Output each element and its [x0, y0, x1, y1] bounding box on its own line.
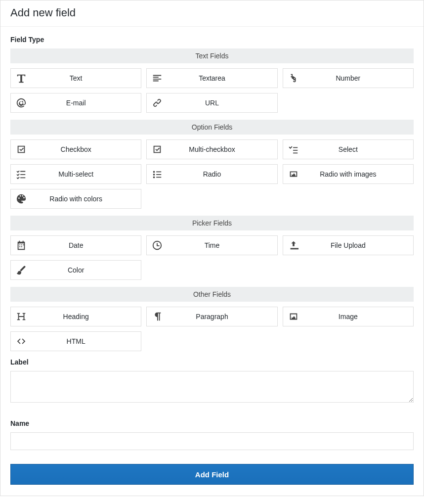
tile-grid: HeadingParagraphImageHTML	[10, 307, 414, 351]
tile-label: Color	[32, 266, 141, 274]
field-type-multi-select[interactable]: Multi-select	[10, 164, 141, 184]
field-type-time[interactable]: Time	[146, 235, 277, 255]
clock-icon	[147, 240, 168, 251]
name-field-label: Name	[10, 419, 414, 427]
tile-label: Radio	[168, 170, 277, 178]
field-type-paragraph[interactable]: Paragraph	[146, 307, 277, 326]
tile-grid: DateTimeFile UploadColor	[10, 235, 414, 280]
group-header: Option Fields	[10, 120, 414, 135]
tile-label: HTML	[32, 337, 141, 345]
tile-label: Multi-checkbox	[168, 145, 277, 153]
group-header: Picker Fields	[10, 216, 414, 230]
field-type-checkbox[interactable]: Checkbox	[10, 139, 141, 159]
one-nine-icon	[283, 73, 304, 84]
field-type-url[interactable]: URL	[146, 93, 277, 113]
list-check-icon	[11, 169, 32, 180]
tile-label: Select	[304, 145, 413, 153]
tile-label: Date	[32, 241, 141, 249]
field-type-select[interactable]: Select	[283, 139, 414, 159]
tile-grid: CheckboxMulti-checkboxSelectMulti-select…	[10, 139, 414, 209]
image-icon	[283, 311, 304, 322]
field-type-file-upload[interactable]: File Upload	[283, 235, 414, 255]
check-square-icon	[11, 144, 32, 155]
name-input[interactable]	[10, 432, 414, 450]
field-type-multi-checkbox[interactable]: Multi-checkbox	[146, 139, 277, 159]
field-type-html[interactable]: HTML	[10, 331, 141, 351]
tile-label: Paragraph	[168, 313, 277, 321]
tile-label: File Upload	[304, 241, 413, 249]
field-type-number[interactable]: Number	[283, 68, 414, 88]
tile-label: E-mail	[32, 99, 141, 107]
field-type-color[interactable]: Color	[10, 260, 141, 280]
align-left-icon	[147, 73, 168, 84]
field-type-radio-with-colors[interactable]: Radio with colors	[10, 189, 141, 209]
check-square-icon	[147, 144, 168, 155]
panel-body: Field Type Text FieldsTextTextareaNumber…	[0, 27, 424, 496]
tile-label: Textarea	[168, 74, 277, 82]
tile-label: Multi-select	[32, 170, 141, 178]
tile-label: Radio with images	[304, 170, 413, 178]
group-header: Text Fields	[10, 48, 414, 63]
field-type-image[interactable]: Image	[283, 307, 414, 326]
field-type-text[interactable]: Text	[10, 68, 141, 88]
tile-label: Time	[168, 241, 277, 249]
tile-label: Image	[304, 313, 413, 321]
field-type-radio[interactable]: Radio	[146, 164, 277, 184]
at-icon	[11, 97, 32, 108]
palette-icon	[11, 193, 32, 204]
tile-label: Text	[32, 74, 141, 82]
group-header: Other Fields	[10, 287, 414, 302]
label-field-label: Label	[10, 358, 414, 366]
tile-grid: TextTextareaNumberE-mailURL	[10, 68, 414, 113]
field-type-label: Field Type	[10, 36, 414, 44]
list-dot-icon	[147, 169, 168, 180]
add-field-button[interactable]: Add Field	[10, 464, 414, 485]
code-icon	[11, 336, 32, 347]
add-field-panel: Add new field Field Type Text FieldsText…	[0, 0, 424, 496]
images-icon	[283, 169, 304, 180]
tile-label: Heading	[32, 313, 141, 321]
calendar-icon	[11, 240, 32, 251]
label-input[interactable]	[10, 371, 414, 403]
upload-icon	[283, 240, 304, 251]
font-icon	[11, 73, 32, 84]
tile-label: Radio with colors	[32, 195, 141, 203]
field-type-heading[interactable]: Heading	[10, 307, 141, 326]
field-type-email[interactable]: E-mail	[10, 93, 141, 113]
brush-icon	[11, 265, 32, 275]
field-type-radio-with-images[interactable]: Radio with images	[283, 164, 414, 184]
check-list-icon	[283, 144, 304, 155]
field-type-date[interactable]: Date	[10, 235, 141, 255]
tile-label: URL	[168, 99, 277, 107]
page-title: Add new field	[10, 6, 414, 19]
tile-label: Checkbox	[32, 145, 141, 153]
heading-icon	[11, 311, 32, 322]
panel-header: Add new field	[0, 0, 424, 27]
link-icon	[147, 97, 168, 108]
field-type-textarea[interactable]: Textarea	[146, 68, 277, 88]
pilcrow-icon	[147, 311, 168, 322]
tile-label: Number	[304, 74, 413, 82]
